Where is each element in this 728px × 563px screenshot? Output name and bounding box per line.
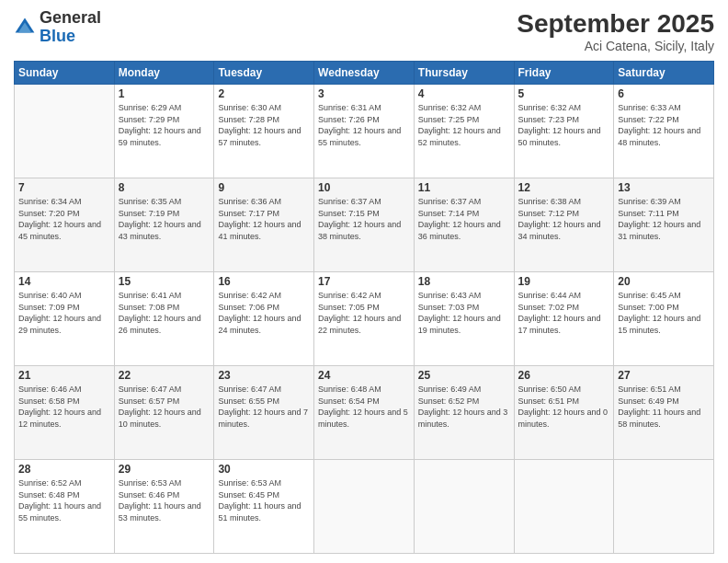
calendar-week-row: 21Sunrise: 6:46 AMSunset: 6:58 PMDayligh… [15, 366, 714, 460]
day-info: Sunrise: 6:32 AMSunset: 7:25 PMDaylight:… [418, 102, 510, 148]
day-info: Sunrise: 6:53 AMSunset: 6:46 PMDaylight:… [119, 477, 210, 523]
day-number: 30 [218, 463, 310, 476]
day-info: Sunrise: 6:52 AMSunset: 6:48 PMDaylight:… [18, 477, 110, 523]
header-saturday: Saturday [614, 62, 714, 85]
day-number: 7 [18, 181, 110, 194]
table-row: 18Sunrise: 6:43 AMSunset: 7:03 PMDayligh… [414, 272, 514, 366]
day-number: 21 [18, 369, 110, 382]
day-info: Sunrise: 6:37 AMSunset: 7:15 PMDaylight:… [318, 196, 410, 242]
calendar-week-row: 28Sunrise: 6:52 AMSunset: 6:48 PMDayligh… [15, 460, 714, 554]
logo: General Blue [14, 9, 101, 46]
table-row: 10Sunrise: 6:37 AMSunset: 7:15 PMDayligh… [314, 178, 415, 272]
page: General Blue September 2025 Aci Catena, … [0, 0, 728, 563]
day-info: Sunrise: 6:53 AMSunset: 6:45 PMDaylight:… [218, 477, 310, 523]
table-row: 29Sunrise: 6:53 AMSunset: 6:46 PMDayligh… [114, 460, 214, 554]
table-row: 17Sunrise: 6:42 AMSunset: 7:05 PMDayligh… [314, 272, 415, 366]
day-info: Sunrise: 6:45 AMSunset: 7:00 PMDaylight:… [618, 290, 710, 336]
day-number: 1 [119, 87, 210, 100]
table-row [314, 460, 415, 554]
day-info: Sunrise: 6:42 AMSunset: 7:06 PMDaylight:… [218, 290, 310, 336]
day-info: Sunrise: 6:32 AMSunset: 7:23 PMDaylight:… [518, 102, 610, 148]
day-number: 24 [318, 369, 410, 382]
day-info: Sunrise: 6:35 AMSunset: 7:19 PMDaylight:… [119, 196, 210, 242]
table-row: 5Sunrise: 6:32 AMSunset: 7:23 PMDaylight… [514, 85, 614, 178]
table-row: 1Sunrise: 6:29 AMSunset: 7:29 PMDaylight… [114, 85, 214, 178]
header-wednesday: Wednesday [314, 62, 415, 85]
header-friday: Friday [514, 62, 614, 85]
day-info: Sunrise: 6:41 AMSunset: 7:08 PMDaylight:… [119, 290, 210, 336]
day-number: 18 [418, 275, 510, 288]
day-info: Sunrise: 6:29 AMSunset: 7:29 PMDaylight:… [119, 102, 210, 148]
day-number: 2 [218, 87, 310, 100]
day-number: 23 [218, 369, 310, 382]
day-info: Sunrise: 6:34 AMSunset: 7:20 PMDaylight:… [18, 196, 110, 242]
day-number: 4 [418, 87, 510, 100]
calendar-header-row: Sunday Monday Tuesday Wednesday Thursday… [15, 62, 714, 85]
table-row: 7Sunrise: 6:34 AMSunset: 7:20 PMDaylight… [15, 178, 115, 272]
day-number: 20 [618, 275, 710, 288]
day-number: 17 [318, 275, 410, 288]
day-number: 10 [318, 181, 410, 194]
day-info: Sunrise: 6:43 AMSunset: 7:03 PMDaylight:… [418, 290, 510, 336]
table-row: 15Sunrise: 6:41 AMSunset: 7:08 PMDayligh… [114, 272, 214, 366]
day-number: 27 [618, 369, 710, 382]
day-number: 3 [318, 87, 410, 100]
location-subtitle: Aci Catena, Sicily, Italy [517, 39, 714, 53]
logo-icon [14, 17, 36, 39]
day-info: Sunrise: 6:48 AMSunset: 6:54 PMDaylight:… [318, 384, 410, 430]
day-number: 11 [418, 181, 510, 194]
day-number: 6 [618, 87, 710, 100]
table-row: 21Sunrise: 6:46 AMSunset: 6:58 PMDayligh… [15, 366, 115, 460]
table-row: 9Sunrise: 6:36 AMSunset: 7:17 PMDaylight… [214, 178, 314, 272]
day-number: 9 [218, 181, 310, 194]
day-info: Sunrise: 6:37 AMSunset: 7:14 PMDaylight:… [418, 196, 510, 242]
table-row: 13Sunrise: 6:39 AMSunset: 7:11 PMDayligh… [614, 178, 714, 272]
calendar-week-row: 7Sunrise: 6:34 AMSunset: 7:20 PMDaylight… [15, 178, 714, 272]
table-row: 25Sunrise: 6:49 AMSunset: 6:52 PMDayligh… [414, 366, 514, 460]
table-row [514, 460, 614, 554]
day-number: 12 [518, 181, 610, 194]
header: General Blue September 2025 Aci Catena, … [14, 9, 714, 53]
day-info: Sunrise: 6:51 AMSunset: 6:49 PMDaylight:… [618, 384, 710, 430]
month-title: September 2025 [517, 9, 714, 39]
table-row: 28Sunrise: 6:52 AMSunset: 6:48 PMDayligh… [15, 460, 115, 554]
header-sunday: Sunday [15, 62, 115, 85]
table-row: 3Sunrise: 6:31 AMSunset: 7:26 PMDaylight… [314, 85, 415, 178]
day-info: Sunrise: 6:33 AMSunset: 7:22 PMDaylight:… [618, 102, 710, 148]
calendar-week-row: 14Sunrise: 6:40 AMSunset: 7:09 PMDayligh… [15, 272, 714, 366]
table-row: 4Sunrise: 6:32 AMSunset: 7:25 PMDaylight… [414, 85, 514, 178]
header-monday: Monday [114, 62, 214, 85]
table-row: 24Sunrise: 6:48 AMSunset: 6:54 PMDayligh… [314, 366, 415, 460]
header-thursday: Thursday [414, 62, 514, 85]
logo-blue-text: Blue [40, 27, 75, 45]
table-row: 22Sunrise: 6:47 AMSunset: 6:57 PMDayligh… [114, 366, 214, 460]
day-info: Sunrise: 6:47 AMSunset: 6:57 PMDaylight:… [119, 384, 210, 430]
calendar-week-row: 1Sunrise: 6:29 AMSunset: 7:29 PMDaylight… [15, 85, 714, 178]
header-tuesday: Tuesday [214, 62, 314, 85]
table-row: 8Sunrise: 6:35 AMSunset: 7:19 PMDaylight… [114, 178, 214, 272]
day-info: Sunrise: 6:40 AMSunset: 7:09 PMDaylight:… [18, 290, 110, 336]
table-row: 14Sunrise: 6:40 AMSunset: 7:09 PMDayligh… [15, 272, 115, 366]
day-info: Sunrise: 6:42 AMSunset: 7:05 PMDaylight:… [318, 290, 410, 336]
day-info: Sunrise: 6:31 AMSunset: 7:26 PMDaylight:… [318, 102, 410, 148]
day-info: Sunrise: 6:39 AMSunset: 7:11 PMDaylight:… [618, 196, 710, 242]
day-info: Sunrise: 6:47 AMSunset: 6:55 PMDaylight:… [218, 384, 310, 430]
table-row: 20Sunrise: 6:45 AMSunset: 7:00 PMDayligh… [614, 272, 714, 366]
table-row: 6Sunrise: 6:33 AMSunset: 7:22 PMDaylight… [614, 85, 714, 178]
day-number: 26 [518, 369, 610, 382]
day-number: 5 [518, 87, 610, 100]
day-number: 28 [18, 463, 110, 476]
table-row: 30Sunrise: 6:53 AMSunset: 6:45 PMDayligh… [214, 460, 314, 554]
day-number: 22 [119, 369, 210, 382]
table-row: 12Sunrise: 6:38 AMSunset: 7:12 PMDayligh… [514, 178, 614, 272]
day-number: 19 [518, 275, 610, 288]
day-info: Sunrise: 6:30 AMSunset: 7:28 PMDaylight:… [218, 102, 310, 148]
day-number: 29 [119, 463, 210, 476]
day-info: Sunrise: 6:38 AMSunset: 7:12 PMDaylight:… [518, 196, 610, 242]
day-number: 16 [218, 275, 310, 288]
table-row [15, 85, 115, 178]
table-row: 27Sunrise: 6:51 AMSunset: 6:49 PMDayligh… [614, 366, 714, 460]
title-block: September 2025 Aci Catena, Sicily, Italy [517, 9, 714, 53]
day-number: 15 [119, 275, 210, 288]
day-info: Sunrise: 6:36 AMSunset: 7:17 PMDaylight:… [218, 196, 310, 242]
